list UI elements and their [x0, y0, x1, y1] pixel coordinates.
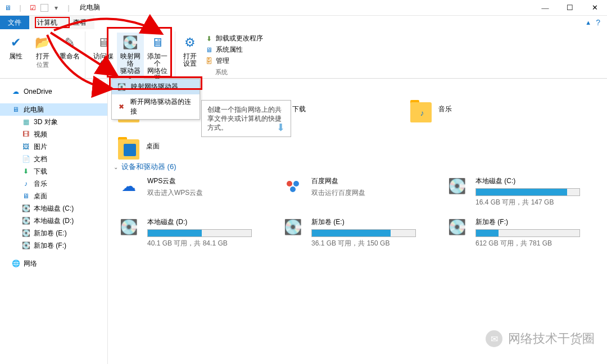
svg-point-2 — [290, 186, 296, 192]
wps-cloud-icon: ☁ — [117, 176, 141, 195]
uninstall-programs-button[interactable]: ⬇ 卸载或更改程序 — [205, 34, 263, 43]
qat-divider2: | — [64, 3, 73, 12]
3d-objects-icon: ▦ — [21, 117, 30, 126]
drive-c-title: 本地磁盘 (C:) — [475, 176, 583, 186]
drive-baidu-sub: 双击运行百度网盘 — [311, 188, 419, 198]
drive-d[interactable]: 💽 本地磁盘 (D:) 40.1 GB 可用，共 84.1 GB — [117, 217, 255, 248]
folder-desktop[interactable]: 桌面 — [117, 136, 229, 160]
drive-f-sub: 612 GB 可用，共 781 GB — [475, 239, 583, 248]
pictures-icon: 🖼 — [21, 142, 30, 151]
dropdown-item-disconnect-label: 断开网络驱动器的连接 — [130, 97, 195, 116]
help-icon[interactable]: ? — [596, 18, 600, 27]
nav-pictures[interactable]: 🖼 图片 — [0, 140, 107, 153]
titlebar: 🖥 | ☑ ▾ | 此电脑 — ☐ ✕ — [0, 0, 607, 16]
group-system-caption: 系统 — [215, 68, 228, 76]
watermark-text: 网络技术干货圈 — [508, 330, 595, 347]
qat-checkbox-icon[interactable]: ☑ — [28, 3, 37, 12]
close-button[interactable]: ✕ — [582, 0, 607, 16]
content-pane: 📄 文档 ⬇ 下载 ♪ 音乐 桌面 ⌄ 设备和驱动器 (6) ☁ — [108, 79, 607, 364]
manage-button[interactable]: 🗄 管理 — [205, 56, 263, 66]
nav-vol-f[interactable]: 💽 新加卷 (F:) — [0, 239, 107, 252]
hdd-icon-e: 💽 — [281, 217, 305, 236]
drive-d-bar — [147, 229, 252, 237]
nav-music-label: 音乐 — [34, 179, 47, 189]
vol-f-icon: 💽 — [21, 241, 30, 250]
dropdown-item-map-drive[interactable]: 💽 映射网络驱动器 — [112, 79, 200, 94]
minimize-button[interactable]: — — [533, 0, 558, 16]
rename-button[interactable]: ✎ 重命名 — [56, 33, 83, 60]
tab-view[interactable]: 查看 — [65, 16, 94, 29]
drive-c-icon: 💽 — [21, 204, 30, 213]
folder-music[interactable]: ♪ 音乐 — [409, 99, 522, 122]
folder-downloads-label: 下载 — [292, 99, 306, 114]
drive-e[interactable]: 💽 新加卷 (E:) 36.1 GB 可用，共 150 GB — [281, 217, 419, 248]
drive-baidu-title: 百度网盘 — [311, 176, 419, 186]
svg-point-1 — [293, 181, 299, 186]
quick-access-toolbar: 🖥 | ☑ ▾ | 此电脑 — [0, 3, 103, 12]
access-media-icon: 🖥 — [94, 34, 112, 52]
system-properties-icon: 🖥 — [205, 46, 214, 54]
drive-baidu[interactable]: 百度网盘 双击运行百度网盘 — [281, 176, 419, 207]
add-network-location-icon: 🖥 — [148, 34, 166, 52]
baidu-netdisk-icon — [281, 176, 305, 195]
nav-desktop-label: 桌面 — [34, 192, 47, 201]
nav-this-pc[interactable]: 🖥 此电脑 — [0, 103, 107, 116]
nav-3d-objects-label: 3D 对象 — [34, 117, 58, 127]
access-media-button[interactable]: 🖥 访问媒体 ▾ — [90, 33, 117, 83]
dropdown-item-map-drive-label: 映射网络驱动器 — [131, 82, 178, 92]
nav-desktop[interactable]: 🖥 桌面 — [0, 190, 107, 202]
map-drive-tooltip: 创建一个指向网络上的共享文件夹或计算机的快捷方式。 ⬇ — [201, 100, 291, 137]
section-drives-header[interactable]: ⌄ 设备和驱动器 (6) — [114, 162, 605, 172]
nav-network-label: 网络 — [24, 259, 37, 269]
vol-e-icon: 💽 — [21, 229, 30, 238]
open-settings-button[interactable]: ⚙ 打开 设置 — [176, 33, 203, 67]
nav-network[interactable]: 🌐 网络 — [0, 257, 107, 270]
drive-e-bar — [311, 229, 416, 237]
nav-3d-objects[interactable]: ▦ 3D 对象 — [0, 116, 107, 128]
nav-drive-c[interactable]: 💽 本地磁盘 (C:) — [0, 202, 107, 215]
add-network-location-button[interactable]: 🖥 添加一个 网络位置 — [144, 33, 171, 83]
documents-icon: 📄 — [21, 154, 30, 163]
nav-music[interactable]: ♪ 音乐 — [0, 178, 107, 190]
nav-onedrive-label: OneDrive — [24, 88, 52, 95]
music-folder-icon: ♪ — [416, 107, 428, 119]
qat-overflow-icon[interactable]: ▾ — [52, 3, 61, 12]
qat-blank-icon[interactable] — [40, 4, 48, 12]
nav-onedrive[interactable]: ☁ OneDrive — [0, 85, 107, 98]
dropdown-arrow-icon: ▾ — [91, 67, 116, 73]
uninstall-icon: ⬇ — [205, 34, 214, 43]
this-pc-icon: 🖥 — [11, 105, 20, 114]
wechat-icon: ✉ — [486, 330, 502, 347]
drive-wps[interactable]: ☁ WPS云盘 双击进入WPS云盘 — [117, 176, 255, 207]
properties-label: 属性 — [3, 53, 28, 60]
nav-pictures-label: 图片 — [34, 142, 47, 152]
dropdown-item-disconnect[interactable]: ✖ 断开网络驱动器的连接 — [112, 94, 200, 119]
drive-c-bar — [475, 188, 580, 196]
drive-f-bar — [475, 229, 580, 237]
ribbon-collapse-icon[interactable]: ▲ — [585, 19, 591, 26]
nav-drive-d[interactable]: 💽 本地磁盘 (D:) — [0, 215, 107, 227]
nav-downloads[interactable]: ⬇ 下载 — [0, 165, 107, 178]
nav-documents-label: 文档 — [34, 154, 47, 164]
nav-drive-c-label: 本地磁盘 (C:) — [34, 204, 74, 213]
map-drive-dropdown: 💽 映射网络驱动器 ✖ 断开网络驱动器的连接 — [111, 79, 200, 120]
rename-icon: ✎ — [61, 34, 79, 52]
open-button[interactable]: 📂 打开 — [29, 33, 56, 60]
nav-videos[interactable]: 🎞 视频 — [0, 128, 107, 140]
properties-button[interactable]: ✔ 属性 — [2, 33, 29, 60]
nav-documents[interactable]: 📄 文档 — [0, 153, 107, 165]
pc-icon: 🖥 — [3, 3, 12, 12]
tab-file[interactable]: 文件 — [0, 16, 29, 29]
desktop-icon: 🖥 — [21, 192, 30, 201]
maximize-button[interactable]: ☐ — [558, 0, 582, 16]
nav-drive-d-label: 本地磁盘 (D:) — [34, 216, 74, 226]
disconnect-drive-icon: ✖ — [116, 103, 126, 111]
drive-f[interactable]: 💽 新加卷 (F:) 612 GB 可用，共 781 GB — [445, 217, 583, 248]
manage-icon: 🗄 — [205, 57, 214, 66]
map-network-drive-button[interactable]: 💽 映射网络 驱动器 ▾ — [117, 33, 144, 83]
system-properties-button[interactable]: 🖥 系统属性 — [205, 45, 263, 54]
tab-computer[interactable]: 计算机 — [29, 16, 65, 29]
drive-c[interactable]: 💽 本地磁盘 (C:) 16.4 GB 可用，共 147 GB — [445, 176, 583, 207]
section-drives-label: 设备和驱动器 (6) — [121, 162, 176, 172]
nav-vol-e[interactable]: 💽 新加卷 (E:) — [0, 227, 107, 239]
